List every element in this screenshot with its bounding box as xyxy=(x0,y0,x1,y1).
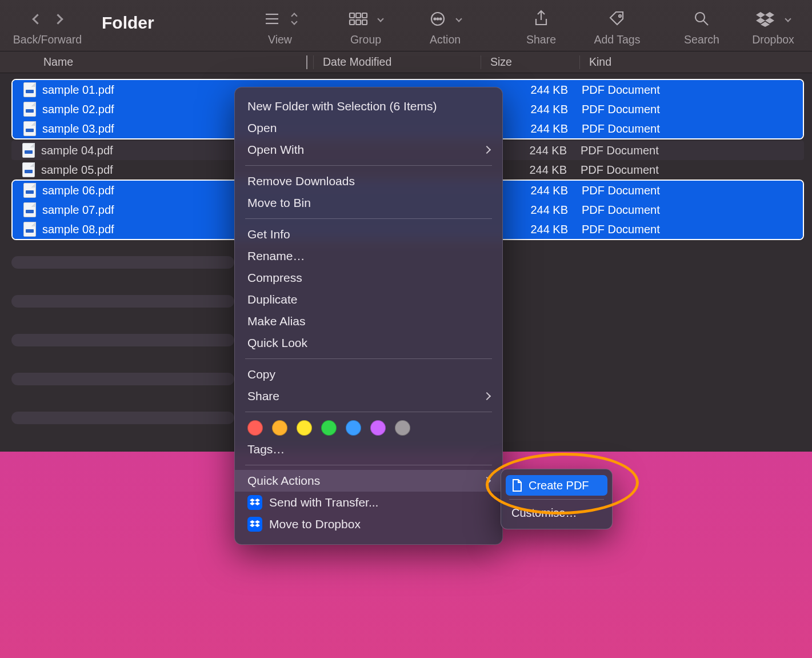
menu-item-label: Get Info xyxy=(247,228,490,241)
column-header-date[interactable]: Date Modified xyxy=(314,55,481,69)
menu-duplicate[interactable]: Duplicate xyxy=(235,289,502,310)
column-header-row: Name Date Modified Size Kind xyxy=(0,51,812,73)
menu-rename[interactable]: Rename… xyxy=(235,245,502,267)
menu-open-with[interactable]: Open With xyxy=(235,139,502,161)
tag-orange[interactable] xyxy=(272,420,287,436)
menu-item-label: Duplicate xyxy=(247,293,490,306)
svg-point-12 xyxy=(440,18,442,20)
file-kind: PDF Document xyxy=(582,122,803,135)
menu-quick-look[interactable]: Quick Look xyxy=(235,332,502,354)
back-button[interactable] xyxy=(32,10,42,27)
menu-new-folder-selection[interactable]: New Folder with Selection (6 Items) xyxy=(235,95,502,117)
svg-rect-8 xyxy=(362,20,367,25)
quick-actions-submenu: Create PDF Customise… xyxy=(501,469,613,529)
pdf-file-icon xyxy=(23,202,36,217)
menu-item-label: Copy xyxy=(247,368,490,381)
add-tags-button[interactable] xyxy=(608,6,626,32)
group-button[interactable] xyxy=(349,6,383,32)
submenu-create-pdf[interactable]: Create PDF xyxy=(506,475,607,496)
submenu-customise[interactable]: Customise… xyxy=(506,503,607,523)
menu-send-with-transfer[interactable]: Send with Transfer... xyxy=(235,492,502,513)
sort-indicator xyxy=(306,55,307,69)
svg-line-15 xyxy=(703,21,708,25)
menu-compress[interactable]: Compress xyxy=(235,267,502,289)
menu-item-label: Make Alias xyxy=(247,314,490,328)
pdf-file-icon xyxy=(23,121,36,136)
column-header-name[interactable]: Name xyxy=(0,55,313,69)
menu-item-label: Tags… xyxy=(247,442,490,456)
dropbox-icon xyxy=(247,495,262,510)
dropbox-button[interactable] xyxy=(756,6,790,32)
menu-copy[interactable]: Copy xyxy=(235,364,502,385)
forward-button[interactable] xyxy=(53,10,63,27)
pdf-file-icon xyxy=(22,143,35,158)
svg-marker-26 xyxy=(255,520,260,524)
menu-item-label: Open With xyxy=(247,143,477,157)
menu-item-label: Remove Downloads xyxy=(247,174,490,188)
menu-item-label: Compress xyxy=(247,271,490,285)
menu-open[interactable]: Open xyxy=(235,117,502,139)
group-icon xyxy=(349,11,368,27)
menu-share[interactable]: Share xyxy=(235,385,502,407)
placeholder-row xyxy=(11,295,234,308)
menu-move-to-bin[interactable]: Move to Bin xyxy=(235,192,502,214)
pdf-file-icon xyxy=(23,183,36,198)
menu-divider xyxy=(245,218,492,219)
submenu-item-label: Customise… xyxy=(511,507,577,520)
chevron-right-icon xyxy=(483,477,491,485)
share-button[interactable] xyxy=(533,6,549,32)
file-kind: PDF Document xyxy=(581,144,804,157)
action-button[interactable] xyxy=(429,6,461,32)
placeholder-row xyxy=(11,412,234,424)
submenu-item-label: Create PDF xyxy=(529,479,589,492)
placeholder-row xyxy=(11,256,234,269)
menu-get-info[interactable]: Get Info xyxy=(235,224,502,245)
menu-item-label: Share xyxy=(247,389,477,403)
menu-move-to-dropbox[interactable]: Move to Dropbox xyxy=(235,513,502,535)
menu-divider xyxy=(245,165,492,166)
file-kind: PDF Document xyxy=(582,184,803,197)
tag-color-row xyxy=(235,417,502,438)
svg-marker-27 xyxy=(250,524,255,527)
tag-blue[interactable] xyxy=(346,420,361,436)
column-header-size[interactable]: Size xyxy=(481,55,579,69)
tag-icon xyxy=(608,10,626,28)
chevron-right-icon xyxy=(53,14,63,24)
pdf-file-icon xyxy=(23,222,36,237)
file-kind: PDF Document xyxy=(582,83,803,97)
view-button[interactable] xyxy=(263,6,297,32)
chevron-left-icon xyxy=(32,14,42,24)
chevron-right-icon xyxy=(483,146,491,154)
svg-rect-6 xyxy=(350,20,354,25)
chevron-up-icon xyxy=(306,55,307,69)
share-icon xyxy=(533,10,549,28)
svg-marker-18 xyxy=(756,18,765,23)
column-header-kind[interactable]: Kind xyxy=(580,55,812,69)
back-forward-label: Back/Forward xyxy=(13,33,82,46)
menu-tags[interactable]: Tags… xyxy=(235,438,502,460)
dropbox-label: Dropbox xyxy=(752,33,794,46)
menu-make-alias[interactable]: Make Alias xyxy=(235,310,502,332)
svg-point-10 xyxy=(434,18,436,20)
dropbox-icon xyxy=(247,517,262,532)
tag-red[interactable] xyxy=(247,420,263,436)
search-button[interactable] xyxy=(693,6,710,32)
dropbox-icon xyxy=(756,11,775,27)
chevron-down-icon xyxy=(291,18,297,25)
tag-green[interactable] xyxy=(321,420,337,436)
action-gear-icon xyxy=(429,10,446,27)
svg-rect-5 xyxy=(362,13,367,18)
file-kind: PDF Document xyxy=(581,163,804,177)
svg-marker-21 xyxy=(250,499,255,502)
menu-quick-actions[interactable]: Quick Actions xyxy=(235,470,502,492)
chevron-down-icon xyxy=(785,15,791,22)
chevron-right-icon xyxy=(483,392,491,400)
tag-yellow[interactable] xyxy=(297,420,312,436)
pdf-file-icon xyxy=(23,102,36,117)
menu-divider xyxy=(245,465,492,465)
tag-grey[interactable] xyxy=(395,420,410,436)
menu-remove-downloads[interactable]: Remove Downloads xyxy=(235,170,502,192)
chevron-down-icon xyxy=(455,15,462,22)
action-label: Action xyxy=(430,33,461,46)
tag-purple[interactable] xyxy=(370,420,386,436)
